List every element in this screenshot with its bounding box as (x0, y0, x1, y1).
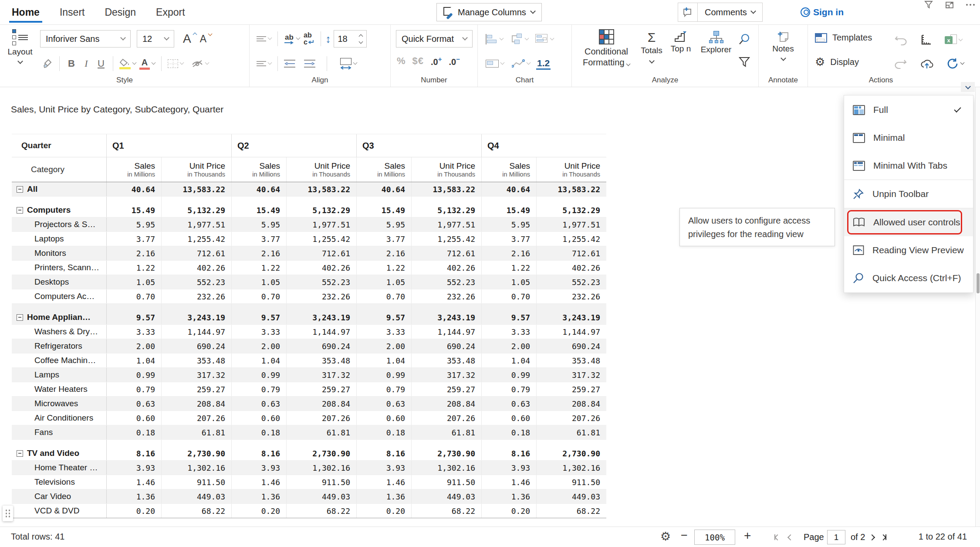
unit-price-value-cell[interactable]: 259.27 (286, 382, 356, 396)
unit-price-value-cell[interactable]: 207.26 (411, 411, 481, 425)
decrease-indent-button[interactable] (282, 55, 297, 72)
sales-value-cell[interactable]: 0.18 (106, 425, 161, 439)
sales-value-cell[interactable]: 3.33 (356, 325, 411, 339)
category-cell[interactable]: Microwaves (12, 397, 106, 411)
unit-price-value-cell[interactable]: 13,583.22 (411, 182, 481, 196)
sparkline-button[interactable] (510, 55, 532, 72)
sales-value-cell[interactable]: 15.49 (481, 203, 536, 217)
category-cell[interactable]: Desktops (12, 275, 106, 289)
unit-price-value-cell[interactable]: 690.24 (286, 339, 356, 353)
unit-price-value-cell[interactable]: 449.03 (536, 489, 606, 503)
sales-value-cell[interactable]: 2.16 (481, 246, 536, 260)
sales-value-cell[interactable]: 0.70 (356, 289, 411, 303)
sales-value-cell[interactable]: 2.00 (106, 339, 161, 353)
stepper-up-icon[interactable] (358, 34, 363, 38)
unit-price-value-cell[interactable]: 3,243.19 (536, 310, 606, 324)
bar-chart-button[interactable] (484, 31, 505, 48)
sales-value-cell[interactable]: 0.20 (106, 504, 161, 518)
sales-value-cell[interactable]: 1.36 (106, 489, 161, 503)
sales-value-cell[interactable]: 1.46 (356, 475, 411, 489)
unit-price-value-cell[interactable]: 207.26 (536, 411, 606, 425)
unit-price-value-cell[interactable]: 1,255.42 (411, 232, 481, 246)
unit-price-value-cell[interactable]: 1,977.51 (536, 217, 606, 231)
unit-price-value-cell[interactable]: 2,730.90 (161, 446, 231, 460)
sales-value-cell[interactable]: 1.22 (356, 261, 411, 275)
collapse-toolbar-button[interactable] (961, 82, 975, 92)
unit-price-value-cell[interactable]: 1,302.16 (536, 461, 606, 475)
category-cell[interactable]: Water Heaters (12, 382, 106, 396)
unit-price-value-cell[interactable]: 259.27 (161, 382, 231, 396)
sales-value-cell[interactable]: 1.22 (481, 261, 536, 275)
quarter-cell-q3[interactable]: Q3 (356, 134, 481, 157)
unit-price-value-cell[interactable]: 208.84 (411, 397, 481, 411)
unit-price-value-cell[interactable]: 5,132.29 (536, 203, 606, 217)
font-size-select[interactable]: 12 (137, 30, 174, 48)
unit-price-value-cell[interactable]: 690.24 (411, 339, 481, 353)
sales-value-cell[interactable]: 1.46 (106, 475, 161, 489)
menu-item-minimal-with-tabs[interactable]: Minimal With Tabs (844, 152, 973, 180)
hide-values-button[interactable] (189, 55, 210, 72)
measure-header-cell[interactable]: Salesin Millions (106, 157, 161, 182)
unit-price-value-cell[interactable]: 911.50 (286, 475, 356, 489)
next-page-button[interactable] (870, 527, 874, 547)
category-cell[interactable]: Car Video (12, 489, 106, 503)
borders-button[interactable] (166, 55, 185, 72)
sales-value-cell[interactable]: 15.49 (356, 203, 411, 217)
sales-value-cell[interactable]: 0.70 (106, 289, 161, 303)
unit-price-value-cell[interactable]: 232.26 (286, 289, 356, 303)
drag-handle[interactable] (3, 506, 13, 521)
sales-value-cell[interactable]: 0.99 (231, 368, 286, 382)
sales-value-cell[interactable]: 5.95 (356, 217, 411, 231)
category-header-cell[interactable]: Category (12, 157, 106, 182)
category-cell[interactable]: Computers Ac… (12, 289, 106, 303)
collapse-toggle-icon[interactable] (17, 207, 23, 214)
unit-price-value-cell[interactable]: 353.48 (286, 353, 356, 367)
sales-value-cell[interactable]: 1.46 (481, 475, 536, 489)
category-cell[interactable]: VCD & DVD (12, 504, 106, 518)
unit-price-value-cell[interactable]: 61.81 (411, 425, 481, 439)
wrap-text-button[interactable]: ab c (301, 31, 316, 47)
tab-export[interactable]: Export (155, 1, 186, 24)
currency-format-button[interactable]: $€ (412, 55, 424, 67)
measure-header-cell[interactable]: Salesin Millions (231, 157, 286, 182)
sales-value-cell[interactable]: 40.64 (356, 182, 411, 196)
unit-price-value-cell[interactable]: 232.26 (536, 289, 606, 303)
unit-price-value-cell[interactable]: 402.26 (536, 261, 606, 275)
sales-value-cell[interactable]: 9.57 (481, 310, 536, 324)
sales-value-cell[interactable]: 3.33 (231, 325, 286, 339)
sales-value-cell[interactable]: 1.04 (231, 353, 286, 367)
sales-value-cell[interactable]: 0.60 (106, 411, 161, 425)
category-cell[interactable]: Printers, Scann… (12, 261, 106, 275)
unit-price-value-cell[interactable]: 402.26 (411, 261, 481, 275)
sales-value-cell[interactable]: 3.77 (231, 232, 286, 246)
sales-value-cell[interactable]: 0.70 (231, 289, 286, 303)
fill-color-button[interactable] (118, 55, 138, 72)
publish-button[interactable] (919, 55, 935, 72)
explorer-button[interactable]: Explorer (697, 31, 735, 54)
measure-header-cell[interactable]: Salesin Millions (481, 157, 536, 182)
category-cell[interactable]: All (12, 182, 106, 196)
add-comment-button[interactable] (678, 3, 698, 22)
sales-value-cell[interactable]: 3.93 (481, 461, 536, 475)
unit-price-value-cell[interactable]: 232.26 (161, 289, 231, 303)
menu-item-allowed-user-controls[interactable]: Allowed user controls (844, 208, 973, 236)
unit-price-value-cell[interactable]: 259.27 (411, 382, 481, 396)
sales-value-cell[interactable]: 1.22 (106, 261, 161, 275)
unit-price-value-cell[interactable]: 1,144.97 (161, 325, 231, 339)
unit-price-value-cell[interactable]: 2,730.90 (411, 446, 481, 460)
unit-price-value-cell[interactable]: 402.26 (161, 261, 231, 275)
filter-button[interactable] (737, 54, 752, 70)
sales-value-cell[interactable]: 1.04 (106, 353, 161, 367)
unit-price-value-cell[interactable]: 552.23 (161, 275, 231, 289)
totals-button[interactable]: Σ Totals (638, 31, 665, 63)
category-cell[interactable]: Televisions (12, 475, 106, 489)
category-cell[interactable]: Monitors (12, 246, 106, 260)
sales-value-cell[interactable]: 1.05 (231, 275, 286, 289)
sales-value-cell[interactable]: 1.36 (356, 489, 411, 503)
unit-price-value-cell[interactable]: 13,583.22 (536, 182, 606, 196)
table-chart-button[interactable] (484, 55, 506, 72)
sales-value-cell[interactable]: 1.04 (356, 353, 411, 367)
format-painter-button[interactable] (40, 55, 55, 72)
sales-value-cell[interactable]: 5.95 (106, 217, 161, 231)
resize-button[interactable] (919, 32, 933, 48)
